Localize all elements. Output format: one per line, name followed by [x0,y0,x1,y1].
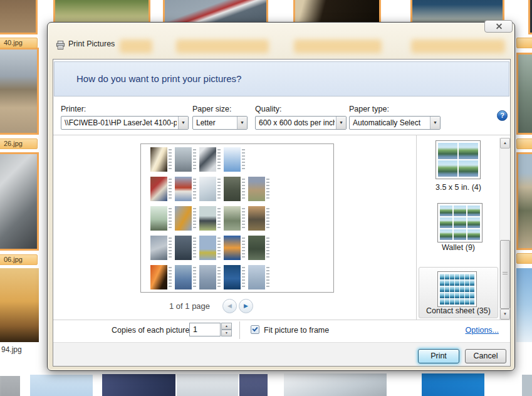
preview-thumbnail-caption [217,179,221,199]
layout-option-3-5x5[interactable]: 3.5 x 5 in. (4) [417,183,500,192]
preview-thumbnail-caption [169,237,172,258]
chevron-down-icon[interactable]: ▼ [430,117,440,129]
preview-thumbnail-caption [193,267,196,288]
spinner-down-icon[interactable]: ▼ [221,330,232,336]
cancel-button[interactable]: Cancel [465,349,506,363]
layout-icon-cell [455,286,459,292]
layout-icon-cell [440,229,452,240]
layout-icon-cell [470,280,474,286]
layout-option-wallet[interactable]: Wallet (9) [417,243,500,252]
quality-label: Quality: [255,105,281,113]
layout-option-contact-sheet[interactable]: Contact sheet (35) [419,267,498,318]
spinner-up-icon[interactable]: ▲ [221,323,232,330]
print-preview-page [140,143,334,293]
layout-icon-cell [460,299,464,305]
paper-type-select[interactable]: Automatically Select ▼ [349,116,441,130]
filename-label [516,138,532,149]
preview-thumbnail [199,177,216,201]
scrollbar-grip [503,272,508,276]
copies-input[interactable]: 1 [189,323,221,336]
filename-label: 26.jpg [0,138,38,149]
preview-thumbnail [224,147,241,172]
gallery-photo[interactable] [0,48,39,135]
preview-thumbnail [199,265,216,289]
layout-icon-wallet[interactable] [437,203,482,242]
header-question: How do you want to print your pictures? [55,62,509,96]
preview-thumbnail [150,265,167,289]
layout-icon-cell [467,217,480,228]
gallery-photo[interactable] [0,268,39,342]
preview-region: 1 of 1 page ◀ ▶ 3.5 x 5 in. (4) Wallet (… [53,135,510,320]
layout-icon-cell [467,229,480,240]
gallery-photo[interactable] [516,152,532,250]
layout-icon-3-5x5[interactable] [436,140,481,179]
preview-thumbnail [248,236,265,260]
preview-thumbnail-caption [193,149,196,170]
preview-thumbnail-caption [242,208,245,229]
gallery-photo[interactable] [102,374,175,396]
filename-label [516,253,532,264]
preview-thumbnail-caption [266,179,269,199]
fit-picture-label[interactable]: Fit picture to frame [264,326,329,335]
close-icon [495,23,502,30]
gallery-photo[interactable] [0,152,39,251]
gallery-photo[interactable] [177,374,238,396]
close-button[interactable] [484,20,513,33]
preview-thumbnail-caption [242,179,245,199]
gallery-photo[interactable] [284,373,387,396]
preview-thumbnail [150,236,167,260]
preview-thumbnail-caption [193,237,196,258]
layout-icon-cell [465,293,469,298]
chevron-down-icon[interactable]: ▼ [237,117,247,129]
layout-icon-cell [440,280,444,286]
layout-icon-cell [470,293,474,298]
help-icon[interactable]: ? [497,110,508,121]
gallery-photo[interactable] [30,375,93,396]
layout-options-sidebar: 3.5 x 5 in. (4) Wallet (9) Contact sheet… [416,135,510,320]
gallery-photo[interactable] [516,268,532,342]
gallery-photo[interactable] [422,373,484,396]
fit-picture-checkbox[interactable] [251,325,259,334]
paper-size-select[interactable]: Letter ▼ [192,116,248,130]
copies-label: Copies of each picture: [112,326,192,335]
layout-icon-cell [454,206,466,216]
preview-thumbnail-caption [169,267,172,288]
layout-icon-cell [470,299,474,305]
layout-icon-cell [465,274,469,279]
layout-icon-cell [440,274,444,279]
filename-label: 06.jpg [0,254,38,265]
gallery-photo[interactable] [522,375,532,396]
layout-icon-cell [470,274,474,279]
print-button[interactable]: Print [418,349,459,363]
preview-thumbnail [248,206,265,231]
scrollbar-thumb[interactable] [500,240,510,309]
scroll-up-icon[interactable]: ▲ [500,138,510,148]
paper-type-label: Paper type: [349,105,389,113]
preview-thumbnail [175,206,192,231]
printer-select[interactable]: \\FCIWEB-01\HP LaserJet 4100-pc ▼ [61,116,189,130]
preview-thumbnail-caption [193,208,196,229]
preview-thumbnail-caption [169,208,172,229]
filename-label: 94.jpg [1,345,33,356]
next-page-button[interactable]: ▶ [239,299,253,313]
gallery-photo[interactable] [239,374,268,396]
sidebar-scrollbar[interactable]: ▲ ▼ [499,138,510,320]
scroll-down-icon[interactable]: ▼ [500,309,510,320]
gallery-photo[interactable] [0,0,38,34]
layout-icon-cell [455,280,459,286]
layout-icon-cell [440,286,444,292]
glass-blur-label [176,39,269,53]
previous-page-button[interactable]: ◀ [222,299,237,313]
preview-thumbnail [175,265,192,289]
options-link[interactable]: Options... [466,326,499,335]
gallery-photo[interactable] [1,376,20,396]
gallery-photo[interactable] [516,53,532,135]
chevron-down-icon[interactable]: ▼ [178,117,188,129]
gallery-photo[interactable] [528,0,532,34]
layout-icon-cell [470,286,474,292]
quality-select[interactable]: 600 x 600 dots per inch ▼ [255,116,347,130]
layout-icon-cell [445,280,449,286]
chevron-down-icon[interactable]: ▼ [336,117,346,129]
preview-thumbnail-caption [217,237,221,258]
layout-icon-cell [455,293,459,298]
